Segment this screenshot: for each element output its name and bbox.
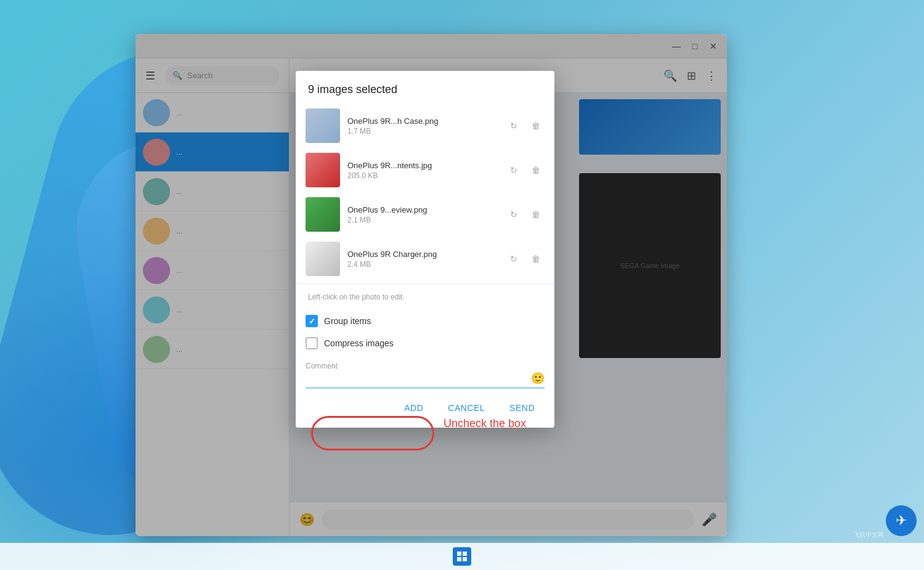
comment-label: Comment (306, 362, 545, 370)
modal-title: 9 images selected (296, 71, 554, 104)
file-actions: ↻ 🗑 (505, 117, 545, 134)
file-info: OnePlus 9...eview.png 2.1 MB (347, 205, 498, 224)
file-thumbnail[interactable] (306, 153, 340, 187)
file-item-3: OnePlus 9R Charger.png 2.4 MB ↻ 🗑 (301, 237, 549, 281)
refresh-icon[interactable]: ↻ (505, 161, 522, 179)
modal-overlay: 9 images selected OnePlus 9R...h Case.pn… (136, 34, 727, 536)
compress-images-row: Compress images (306, 332, 545, 354)
telegram-window: — □ ✕ ☰ 🔍 Search ... ... (136, 34, 727, 536)
compress-images-label: Compress images (324, 338, 394, 348)
delete-icon[interactable]: 🗑 (527, 206, 545, 223)
file-thumbnail[interactable] (306, 108, 340, 143)
taskbar (0, 543, 924, 570)
file-item-1: OnePlus 9R...ntents.jpg 205.0 KB ↻ 🗑 (301, 148, 549, 192)
file-actions: ↻ 🗑 (505, 206, 545, 223)
modal-options: Group items Compress images (296, 307, 554, 359)
paper-plane-icon: ✈ (896, 513, 907, 529)
file-size: 1.7 MB (347, 127, 498, 136)
send-button[interactable]: SEND (500, 398, 545, 418)
svg-rect-3 (463, 557, 467, 561)
svg-rect-2 (457, 557, 461, 561)
file-size: 205.0 KB (347, 171, 498, 180)
refresh-icon[interactable]: ↻ (505, 206, 522, 223)
file-size: 2.4 MB (347, 260, 498, 269)
delete-icon[interactable]: 🗑 (527, 161, 545, 179)
refresh-icon[interactable]: ↻ (505, 250, 522, 267)
file-thumbnail[interactable] (306, 197, 340, 232)
file-info: OnePlus 9R Charger.png 2.4 MB (347, 250, 498, 269)
comment-input-row: 🙂 (306, 372, 545, 388)
watermark-text: 飞机中文网 (853, 531, 884, 539)
svg-rect-1 (463, 552, 467, 556)
watermark-icon: ✈ (886, 505, 917, 536)
modal-comment-section: Comment 🙂 (296, 359, 554, 391)
comment-input[interactable] (306, 373, 531, 383)
file-name: OnePlus 9...eview.png (347, 205, 498, 214)
modal-actions: ADD CANCEL SEND (296, 391, 554, 428)
group-items-label: Group items (324, 316, 371, 326)
refresh-icon[interactable]: ↻ (505, 117, 522, 134)
file-name: OnePlus 9R...ntents.jpg (347, 161, 498, 170)
start-button[interactable] (453, 547, 471, 566)
file-item-2: OnePlus 9...eview.png 2.1 MB ↻ 🗑 (301, 192, 549, 237)
edit-hint: Left-click on the photo to edit. (296, 287, 554, 307)
group-items-checkbox[interactable] (306, 315, 318, 327)
windows-logo-icon (457, 552, 467, 561)
add-button[interactable]: ADD (394, 398, 433, 418)
file-actions: ↻ 🗑 (505, 250, 545, 267)
file-name: OnePlus 9R Charger.png (347, 250, 498, 259)
upload-modal: 9 images selected OnePlus 9R...h Case.pn… (296, 71, 554, 428)
group-items-row: Group items (306, 310, 545, 332)
file-list: OnePlus 9R...h Case.png 1.7 MB ↻ 🗑 OnePl… (296, 104, 554, 281)
file-name: OnePlus 9R...h Case.png (347, 116, 498, 126)
delete-icon[interactable]: 🗑 (527, 250, 545, 267)
file-info: OnePlus 9R...h Case.png 1.7 MB (347, 116, 498, 136)
svg-rect-0 (457, 552, 461, 556)
divider-1 (296, 283, 554, 284)
cancel-button[interactable]: CANCEL (438, 398, 495, 418)
file-actions: ↻ 🗑 (505, 161, 545, 179)
file-size: 2.1 MB (347, 216, 498, 224)
delete-icon[interactable]: 🗑 (527, 117, 545, 134)
compress-images-checkbox[interactable] (306, 337, 318, 349)
file-info: OnePlus 9R...ntents.jpg 205.0 KB (347, 161, 498, 180)
file-thumbnail[interactable] (306, 242, 340, 276)
emoji-comment-icon[interactable]: 🙂 (531, 372, 545, 385)
file-item-0: OnePlus 9R...h Case.png 1.7 MB ↻ 🗑 (301, 104, 549, 148)
